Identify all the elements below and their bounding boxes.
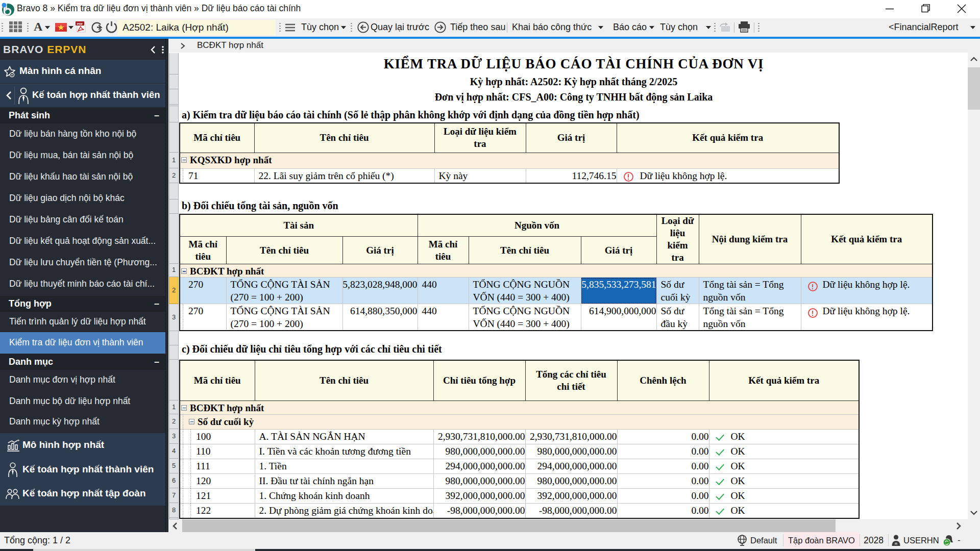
svg-text:PDF: PDF xyxy=(77,22,83,26)
